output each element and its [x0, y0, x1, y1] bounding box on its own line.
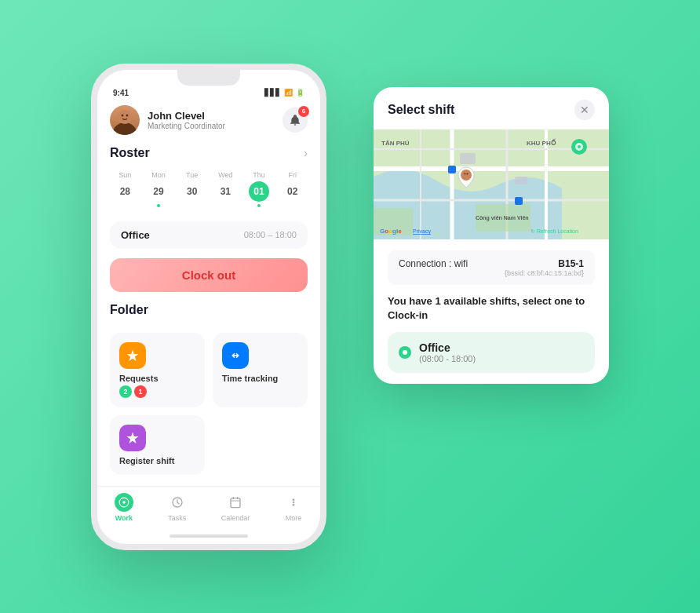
shift-option-name: Office: [419, 341, 476, 354]
nav-more-label: More: [286, 514, 302, 522]
tasks-svg-icon: [171, 496, 184, 509]
cal-day-sun[interactable]: Sun 28: [110, 168, 140, 210]
star-icon: [126, 348, 140, 363]
svg-text:Google: Google: [380, 228, 402, 235]
svg-point-3: [126, 114, 129, 116]
user-name: John Clevel: [148, 110, 225, 122]
avatar: [110, 105, 140, 135]
svg-text:KHU PHỐ: KHU PHỐ: [527, 138, 556, 147]
svg-point-0: [112, 122, 137, 135]
connection-row: Connection : wifi B15-1 {bssid: c8:bf:4c…: [388, 250, 595, 285]
more-svg-icon: [287, 496, 300, 509]
tasks-icon: [168, 493, 187, 512]
requests-badges: 2 1: [119, 385, 147, 398]
svg-text:Privacy: Privacy: [413, 228, 431, 235]
cal-day-fri[interactable]: Fri 02: [277, 168, 308, 210]
cal-day-mon[interactable]: Mon 29: [144, 168, 174, 210]
nav-calendar[interactable]: Calendar: [221, 493, 250, 522]
folder-title: Folder: [110, 303, 308, 317]
svg-rect-26: [515, 177, 527, 184]
register-icon: [119, 425, 146, 451]
connection-id: B15-1: [505, 258, 584, 269]
svg-point-12: [293, 498, 295, 501]
svg-point-14: [293, 504, 295, 506]
badge-green: 2: [119, 385, 132, 398]
svg-text:Công viên Nam Viên: Công viên Nam Viên: [476, 215, 529, 221]
user-role: Marketing Coordinator: [148, 122, 225, 130]
notification-badge: 6: [298, 106, 309, 117]
roster-title: Roster: [110, 146, 150, 160]
notification-bell-button[interactable]: 6: [283, 108, 308, 133]
time-tracking-icon: [222, 342, 249, 369]
select-shift-modal: Select shift ✕: [374, 87, 609, 384]
roster-header: Roster ›: [110, 146, 308, 160]
shift-option-details: Office (08:00 - 18:00): [419, 341, 476, 363]
requests-icon: [119, 342, 146, 369]
map-container: TÂN PHÚ KHU PHỐ Công viên Nam Viên: [374, 130, 609, 239]
svg-point-2: [122, 114, 124, 116]
nav-more[interactable]: More: [284, 493, 303, 522]
notch: [177, 70, 240, 86]
wifi-icon: 📶: [284, 89, 293, 97]
cal-day-wed[interactable]: Wed 31: [210, 168, 241, 210]
svg-point-4: [294, 124, 297, 126]
connection-label: Connection : wifi: [399, 258, 468, 269]
svg-point-34: [467, 173, 468, 174]
nav-tasks-label: Tasks: [168, 514, 186, 522]
folder-grid: Requests 2 1 Ti: [110, 333, 308, 407]
phone-content: John Clevel Marketing Coordinator 6: [97, 97, 320, 486]
register-shift-icon: [126, 431, 140, 445]
signal-icon: ▋▋▋: [264, 89, 281, 97]
nav-work[interactable]: Work: [115, 493, 133, 522]
clock-out-button[interactable]: Clock out: [110, 258, 308, 292]
calendar-svg-icon: [229, 496, 242, 509]
avatar-svg: [110, 105, 140, 135]
calendar-icon: [226, 493, 245, 512]
user-info: John Clevel Marketing Coordinator: [110, 105, 225, 135]
more-icon: [284, 493, 303, 512]
roster-chevron-icon[interactable]: ›: [304, 147, 308, 159]
work-svg-icon: [118, 497, 129, 508]
folder-register-shift[interactable]: Register shift: [110, 415, 205, 475]
svg-rect-31: [515, 197, 523, 205]
svg-rect-8: [231, 498, 240, 507]
nav-work-label: Work: [115, 514, 133, 522]
nav-calendar-label: Calendar: [221, 514, 250, 522]
svg-point-37: [578, 145, 581, 148]
user-header: John Clevel Marketing Coordinator 6: [110, 105, 308, 135]
status-bar: 9:41 ▋▋▋ 📶 🔋: [97, 86, 320, 97]
svg-point-1: [118, 110, 132, 124]
work-icon: [115, 493, 133, 512]
scene: 9:41 ▋▋▋ 📶 🔋: [91, 40, 609, 574]
status-icons: ▋▋▋ 📶 🔋: [264, 89, 304, 97]
shift-prompt: You have 1 available shifts, select one …: [388, 294, 595, 323]
shift-option[interactable]: Office (08:00 - 18:00): [388, 332, 595, 373]
bottom-nav: Work Tasks: [97, 486, 320, 531]
shift-card: Office 08:00 – 18:00: [110, 221, 308, 249]
modal-header: Select shift ✕: [374, 87, 609, 130]
register-shift-label: Register shift: [119, 456, 174, 465]
modal-title: Select shift: [388, 103, 454, 117]
shift-time: 08:00 – 18:00: [244, 230, 297, 239]
modal-body: Connection : wifi B15-1 {bssid: c8:bf:4c…: [374, 239, 609, 384]
user-text: John Clevel Marketing Coordinator: [148, 110, 225, 130]
folder-requests[interactable]: Requests 2 1: [110, 333, 205, 407]
phone-frame: 9:41 ▋▋▋ 📶 🔋: [91, 64, 326, 550]
shift-option-dot: [399, 346, 411, 359]
nav-tasks[interactable]: Tasks: [168, 493, 187, 522]
map-svg: TÂN PHÚ KHU PHỐ Công viên Nam Viên: [374, 130, 609, 239]
badge-red: 1: [134, 385, 147, 398]
svg-rect-25: [460, 153, 476, 164]
modal-close-button[interactable]: ✕: [574, 100, 595, 120]
connection-value: B15-1 {bssid: c8:bf:4c:15:1a:bd}: [505, 258, 584, 277]
connection-bssid: {bssid: c8:bf:4c:15:1a:bd}: [505, 269, 584, 277]
requests-label: Requests: [119, 374, 159, 383]
svg-point-6: [122, 501, 126, 504]
folder-time-tracking[interactable]: Time tracking: [213, 333, 308, 407]
shift-label: Office: [121, 229, 150, 241]
svg-point-13: [293, 501, 295, 503]
cal-day-tue[interactable]: Tue 30: [177, 168, 207, 210]
svg-point-32: [461, 170, 472, 181]
cal-day-thu[interactable]: Thu 01: [244, 168, 275, 210]
status-time: 9:41: [113, 89, 129, 97]
